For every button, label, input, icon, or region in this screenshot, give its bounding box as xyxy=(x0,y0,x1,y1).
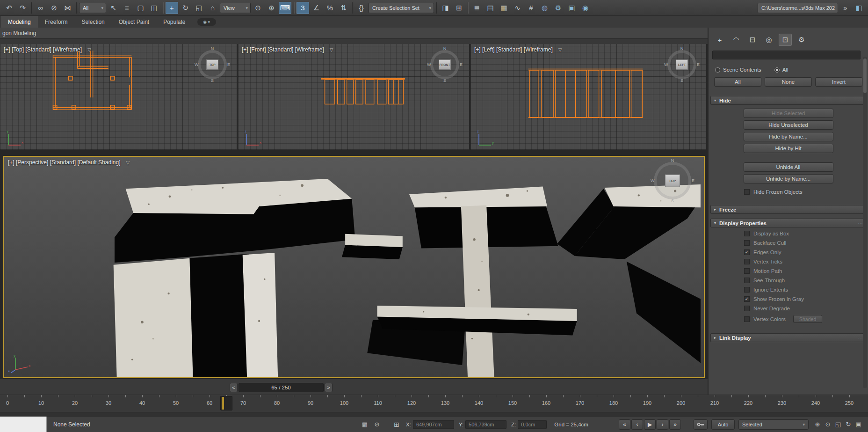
select-and-manipulate-icon[interactable]: ⊕ xyxy=(265,2,278,14)
viewport-front[interactable]: [+] [Front] [Standard] [Wireframe] ▽ N E… xyxy=(238,44,469,150)
ribbon-tab-object-paint[interactable]: Object Paint xyxy=(112,16,156,28)
curve-editor-icon[interactable]: ∿ xyxy=(511,2,524,14)
display-properties-rollout-header[interactable]: ▾ Display Properties ∙∙∙ xyxy=(710,219,866,227)
filter-funnel-icon[interactable]: ▽ xyxy=(126,160,130,165)
material-editor-icon[interactable]: ◍ xyxy=(538,2,551,14)
undo-icon[interactable]: ↶ xyxy=(3,2,15,14)
ribbon-tab-modeling[interactable]: Modeling xyxy=(1,16,38,28)
use-pivot-point-center-icon[interactable]: ⊙ xyxy=(252,2,264,14)
button-all[interactable]: All xyxy=(714,77,761,87)
button-none[interactable]: None xyxy=(765,77,812,87)
button-hide-by-hit[interactable]: Hide by Hit xyxy=(744,144,833,153)
ribbon-tab-populate[interactable]: Populate xyxy=(156,16,192,28)
keyboard-shortcut-override-icon[interactable]: ⌨ xyxy=(279,2,291,14)
ribbon-tab-freeform[interactable]: Freeform xyxy=(38,16,75,28)
maxscript-mini-listener[interactable] xyxy=(0,417,47,432)
button-invert[interactable]: Invert xyxy=(815,77,862,87)
set-key-button[interactable] xyxy=(694,419,708,430)
freeze-rollout-header[interactable]: ▸ Freeze ∙∙∙ xyxy=(710,205,866,214)
select-and-link-icon[interactable]: ∞ xyxy=(34,2,47,14)
checkbox-display-as-box[interactable] xyxy=(744,231,750,236)
align-icon[interactable]: ⊞ xyxy=(453,2,465,14)
schematic-view-icon[interactable]: # xyxy=(525,2,537,14)
viewport-top[interactable]: [+] [Top] [Standard] [Wireframe] ▽ N E S… xyxy=(0,44,237,150)
command-panel-scrollbar[interactable] xyxy=(863,57,867,388)
checkbox-motion-path[interactable] xyxy=(744,268,750,274)
next-frame-button[interactable]: › xyxy=(657,419,668,430)
modify-tab[interactable]: ◠ xyxy=(730,34,743,46)
mirror-icon[interactable]: ◨ xyxy=(439,2,452,14)
timeline-ruler[interactable]: 0102030405060708090100110120130140150160… xyxy=(0,395,868,412)
viewcube-face[interactable]: FRONT xyxy=(439,59,451,70)
workspace-icon[interactable]: ◧ xyxy=(853,2,865,14)
reference-coordinate-system-dropdown[interactable]: View▾ xyxy=(220,3,251,13)
viewcube-face[interactable]: TOP xyxy=(206,59,218,70)
button-hide-unselected[interactable]: Hide Unselected xyxy=(744,120,833,130)
checkbox-hide-frozen-objects[interactable] xyxy=(744,189,750,195)
rectangular-selection-region-icon[interactable]: ▢ xyxy=(134,2,147,14)
track-bar[interactable] xyxy=(0,412,868,416)
zoom-icon[interactable]: ⊕ xyxy=(813,420,822,429)
hide-rollout-header[interactable]: ▾ Hide ∙∙∙ xyxy=(710,96,866,105)
viewcube[interactable]: N E S W LEFT xyxy=(664,47,700,82)
zoom-all-icon[interactable]: ⊙ xyxy=(823,420,832,429)
checkbox-show-frozen-in-gray[interactable]: ✓ xyxy=(744,296,750,302)
select-and-scale-icon[interactable]: ◱ xyxy=(193,2,205,14)
select-by-name-icon[interactable]: ≡ xyxy=(121,2,133,14)
current-frame-display[interactable]: 65 / 250 xyxy=(239,383,324,392)
edit-named-selection-sets-icon[interactable]: {} xyxy=(355,2,368,14)
snaps-toggle-3d-icon[interactable]: 3 xyxy=(297,2,309,14)
button-unhide-all[interactable]: Unhide All xyxy=(744,162,833,172)
button-unhide-by-name[interactable]: Unhide by Name... xyxy=(744,174,833,183)
previous-frame-button[interactable]: ‹ xyxy=(631,419,643,430)
toggle-layer-explorer-icon[interactable]: ▤ xyxy=(484,2,497,14)
viewport-perspective-label[interactable]: [+] [Perspective] [Standard] [Default Sh… xyxy=(8,159,130,166)
coord-input-x[interactable]: 649,907cm xyxy=(413,420,454,429)
viewport-left[interactable]: [+] [Left] [Standard] [Wireframe] ▽ N E … xyxy=(470,44,706,150)
display-tab[interactable]: ⊡ xyxy=(779,34,792,46)
percent-snap-toggle-icon[interactable]: % xyxy=(324,2,336,14)
isolate-selection-toggle-icon[interactable]: ▩ xyxy=(360,420,369,429)
orbit-icon[interactable]: ↻ xyxy=(844,420,853,429)
named-selection-sets-dropdown[interactable]: Create Selection Set▾ xyxy=(369,3,434,13)
checkbox-see-through[interactable] xyxy=(744,278,750,283)
checkbox-edges-only[interactable]: ✓ xyxy=(744,249,750,255)
button-hide-by-name[interactable]: Hide by Name... xyxy=(744,132,833,141)
radio-all[interactable]: All xyxy=(774,67,788,73)
select-and-rotate-icon[interactable]: ↻ xyxy=(179,2,192,14)
angle-snap-toggle-icon[interactable]: ∠ xyxy=(310,2,323,14)
render-setup-icon[interactable]: ⚙ xyxy=(552,2,564,14)
filter-funnel-icon[interactable]: ▽ xyxy=(558,47,562,52)
selection-filter-dropdown[interactable]: All▾ xyxy=(79,3,106,13)
maximize-viewport-toggle-icon[interactable]: ▣ xyxy=(854,420,863,429)
timeline-track[interactable]: 0102030405060708090100110120130140150160… xyxy=(7,395,849,412)
scrollbar-thumb[interactable] xyxy=(863,59,867,93)
viewcube[interactable]: N E S W TOP xyxy=(651,159,694,203)
play-button[interactable]: ▶ xyxy=(644,419,656,430)
toggle-scene-explorer-icon[interactable]: ≣ xyxy=(470,2,483,14)
unlink-selection-icon[interactable]: ⊘ xyxy=(48,2,60,14)
checkbox-never-degrade[interactable] xyxy=(744,306,750,311)
absolute-mode-toggle-icon[interactable]: ⊞ xyxy=(392,420,401,429)
selection-lock-toggle-icon[interactable]: ⊘ xyxy=(372,420,382,429)
viewport-left-label[interactable]: [+] [Left] [Standard] [Wireframe] ▽ xyxy=(474,46,562,53)
link-display-rollout-header[interactable]: ▸ Link Display ∙∙∙ xyxy=(710,333,866,342)
button-hide-selected[interactable]: Hide Selected xyxy=(744,109,833,118)
motion-tab[interactable]: ◎ xyxy=(762,34,775,46)
checkbox-ignore-extents[interactable] xyxy=(744,287,750,293)
go-to-end-button[interactable]: » xyxy=(669,419,681,430)
radio-scene-contents[interactable]: Scene Contents xyxy=(715,67,761,73)
bind-to-space-warp-icon[interactable]: ⋈ xyxy=(61,2,74,14)
auto-key-button[interactable]: Auto xyxy=(711,419,735,430)
zoom-extents-icon[interactable]: ◱ xyxy=(833,420,843,429)
set-key-filters-dropdown[interactable]: Selected ▾ xyxy=(738,419,809,430)
go-to-start-button[interactable]: « xyxy=(619,419,630,430)
redo-icon[interactable]: ↷ xyxy=(16,2,29,14)
viewcube-face[interactable]: TOP xyxy=(665,175,680,187)
timeline-slider[interactable] xyxy=(220,396,232,410)
viewport-front-label[interactable]: [+] [Front] [Standard] [Wireframe] ▽ xyxy=(242,46,333,53)
select-and-place-icon[interactable]: ⌂ xyxy=(206,2,219,14)
hierarchy-tab[interactable]: ⊟ xyxy=(746,34,759,46)
ribbon-minimize-toggle[interactable]: ◉ ▾ xyxy=(197,18,216,26)
viewcube[interactable]: N E S W TOP xyxy=(195,47,230,82)
